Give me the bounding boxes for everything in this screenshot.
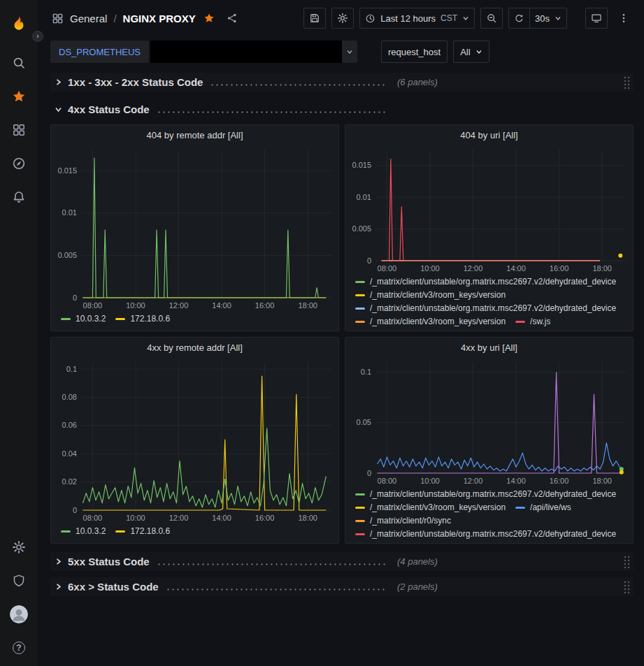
refresh-interval-dropdown[interactable]: 30s (529, 8, 567, 29)
legend-item[interactable]: /_matrix/client/unstable/org.matrix.msc2… (355, 488, 616, 500)
row-drag-handle[interactable] (623, 555, 631, 569)
timeseries-chart-404-by-uri[interactable]: 00.0050.010.01508:0010:0012:0014:0016:00… (345, 143, 633, 275)
row-drag-handle[interactable] (623, 75, 631, 89)
chart-legend: 10.0.3.2172.18.0.6 (51, 312, 338, 331)
legend-item[interactable]: /_matrix/client/v3/room_keys/version (355, 316, 506, 327)
svg-text:16:00: 16:00 (255, 301, 275, 310)
chart-svg: 00.020.040.060.080.108:0010:0012:0014:00… (51, 355, 338, 524)
legend-series-color (115, 318, 125, 320)
save-dashboard-button[interactable] (303, 8, 326, 29)
panel-title[interactable]: 404 by remote addr [All] (51, 125, 338, 143)
legend-series-label: /sw.js (530, 316, 550, 327)
legend-item[interactable]: /sw.js (515, 316, 550, 327)
dashboard-title[interactable]: NGINX PROXY (123, 13, 196, 24)
dashboard-variables-bar: DS_PROMETHEUS request_host All (38, 36, 644, 70)
panel-4xx-by-remote-addr: 4xx by remote addr [All] 00.020.040.060.… (50, 337, 339, 544)
legend-item[interactable]: 10.0.3.2 (61, 526, 106, 537)
time-range-picker[interactable]: Last 12 hours CST (359, 8, 475, 29)
chevron-down-icon (55, 106, 62, 113)
timeseries-chart-404-by-remote-addr[interactable]: 00.0050.010.01508:0010:0012:0014:0016:00… (51, 143, 338, 312)
legend-item[interactable]: /_matrix/client/unstable/org.matrix.msc2… (355, 276, 616, 287)
shield-icon (12, 574, 26, 588)
dashboard-row-4xx[interactable]: 4xx Status Code (50, 100, 634, 119)
datasource-variable: DS_PROMETHEUS (50, 41, 357, 63)
svg-text:0.1: 0.1 (66, 365, 77, 373)
legend-series-color (355, 307, 365, 310)
legend-item[interactable]: /_matrix/client/unstable/org.matrix.msc2… (355, 528, 616, 540)
user-avatar[interactable] (0, 598, 38, 631)
tv-mode-button[interactable] (585, 8, 608, 29)
datasource-variable-label[interactable]: DS_PROMETHEUS (50, 41, 149, 63)
row-panel-count: (2 panels) (397, 581, 438, 592)
legend-series-color (355, 533, 365, 535)
legend-series-label: 172.18.0.6 (130, 313, 170, 324)
legend-item[interactable]: /api/live/ws (515, 502, 571, 513)
sidebar-item-search[interactable] (0, 46, 38, 80)
sidebar-item-alerting[interactable] (0, 180, 38, 214)
dashboard-row-6xx[interactable]: 6xx > Status Code (2 panels) (50, 577, 634, 596)
timeseries-chart-4xx-by-uri[interactable]: 00.050.108:0010:0012:0014:0016:0018:00 (345, 355, 633, 487)
main-area: General / NGINX PROXY (38, 0, 644, 666)
refresh-icon (514, 13, 524, 24)
panel-404-by-remote-addr: 404 by remote addr [All] 00.0050.010.015… (50, 124, 339, 331)
sidebar-expand-toggle[interactable]: › (32, 31, 43, 42)
sidebar-item-explore[interactable] (0, 147, 38, 180)
breadcrumb-folder[interactable]: General (70, 13, 107, 24)
svg-text:0.015: 0.015 (57, 166, 77, 175)
sidebar-item-configuration[interactable] (0, 530, 38, 564)
legend-series-color (355, 493, 365, 495)
svg-text:0: 0 (367, 469, 371, 477)
timeseries-chart-4xx-by-remote-addr[interactable]: 00.020.040.060.080.108:0010:0012:0014:00… (51, 355, 338, 524)
dashboard-row-1xx-3xx-2xx[interactable]: 1xx - 3xx - 2xx Status Code (6 panels) (50, 73, 634, 92)
request-host-variable: request_host All (381, 41, 489, 63)
sidebar-item-starred[interactable] (0, 80, 38, 113)
svg-text:0: 0 (367, 256, 371, 265)
panel-title[interactable]: 4xx by uri [All] (345, 338, 633, 355)
time-range-label: Last 12 hours (380, 13, 436, 24)
star-icon (12, 89, 26, 103)
sidebar-item-help[interactable]: ? (0, 631, 38, 665)
legend-item[interactable]: /_matrix/client/v3/room_keys/version (355, 289, 506, 301)
grafana-flame-icon (10, 15, 28, 33)
grafana-logo[interactable] (10, 8, 28, 39)
favorite-star-button[interactable] (203, 13, 215, 24)
datasource-variable-select[interactable] (150, 41, 357, 63)
request-host-variable-select[interactable]: All (453, 41, 489, 63)
panel-title[interactable]: 4xx by remote addr [All] (51, 338, 338, 355)
refresh-button[interactable] (508, 8, 529, 29)
legend-item[interactable]: /_matrix/client/unstable/org.matrix.msc2… (355, 303, 616, 314)
svg-text:18:00: 18:00 (592, 264, 612, 273)
legend-item[interactable]: 10.0.3.2 (61, 313, 106, 324)
svg-text:18:00: 18:00 (592, 477, 612, 485)
sidebar-item-server-admin[interactable] (0, 564, 38, 598)
clock-icon (365, 13, 375, 24)
refresh-interval-label: 30s (535, 13, 550, 24)
legend-item[interactable]: /_matrix/client/r0/sync (355, 515, 451, 526)
svg-text:16:00: 16:00 (255, 514, 275, 522)
legend-series-color (355, 507, 365, 509)
svg-text:16:00: 16:00 (550, 477, 569, 485)
chevron-right-icon (55, 583, 62, 591)
legend-series-color (515, 507, 525, 509)
row-title: 6xx > Status Code (68, 581, 159, 593)
svg-text:14:00: 14:00 (506, 477, 526, 485)
row-drag-handle[interactable] (623, 580, 631, 594)
request-host-variable-label[interactable]: request_host (381, 41, 448, 63)
gear-icon (12, 540, 26, 554)
legend-series-label: /_matrix/client/v3/room_keys/version (370, 289, 506, 301)
svg-text:08:00: 08:00 (378, 264, 397, 273)
row-panel-count: (4 panels) (397, 556, 438, 567)
dashboard-row-5xx[interactable]: 5xx Status Code (4 panels) (50, 552, 634, 571)
panel-title[interactable]: 404 by uri [All] (345, 125, 633, 143)
svg-text:0.05: 0.05 (357, 418, 371, 426)
kebab-menu-button[interactable] (613, 8, 634, 29)
sidebar-item-dashboards[interactable] (0, 113, 38, 147)
svg-text:0.01: 0.01 (357, 193, 371, 201)
legend-item[interactable]: /_matrix/client/v3/room_keys/version (355, 502, 506, 513)
legend-item[interactable]: 172.18.0.6 (115, 313, 170, 324)
dashboard-settings-button[interactable] (331, 8, 354, 29)
share-dashboard-button[interactable] (227, 13, 238, 24)
chart-svg: 00.050.108:0010:0012:0014:0016:0018:00 (345, 355, 633, 487)
zoom-out-button[interactable] (480, 8, 503, 29)
legend-item[interactable]: 172.18.0.6 (115, 526, 170, 537)
